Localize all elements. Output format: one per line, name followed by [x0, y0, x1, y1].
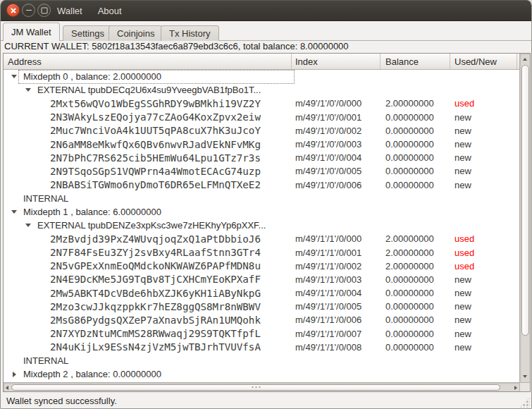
tree-row-address[interactable]: 2Muc7WnciVoA4k1UUT5qPA8cuX7hK3uJcoYm/49'…: [4, 124, 519, 138]
cell-balance: 2.00000000: [381, 260, 450, 273]
expander-open-icon[interactable]: [9, 70, 19, 83]
triangle-glyph: [11, 210, 17, 214]
cell-used-new: [450, 354, 517, 367]
tree-row-mixdepth[interactable]: Mixdepth 2 , balance: 0.00000000: [4, 367, 519, 381]
close-button[interactable]: [6, 4, 20, 17]
tab-tx-history[interactable]: Tx History: [161, 25, 219, 41]
tree-row-address[interactable]: 2N7bPhC7RS625cib5HEmWu64Lpu1GTz7r3sm/49'…: [4, 151, 519, 164]
cell-balance: 2.00000000: [381, 97, 450, 110]
cell-address: 2N9TSqoSGpS1VQWPrn4a4WmotECAcG74uzp: [4, 164, 292, 178]
tree-row-address[interactable]: 2MsG86PydgsQXZeP7aXnavbSjRAn1UMQohkm/49'…: [4, 313, 519, 326]
cell-balance: [381, 219, 450, 232]
column-header-index[interactable]: Index: [292, 54, 381, 69]
tab-coinjoins[interactable]: Coinjoins: [109, 25, 163, 41]
cell-index: m/49'/1'/0'/0/000: [292, 97, 381, 110]
cell-address: 2MzBvdjd39PxZ4WUvqjoqZxQ1aPtDbbioJ6: [4, 232, 292, 245]
tree-row-branch[interactable]: EXTERNAL tpubDENZe3xpKsc3we7zHEKhyYp6pXX…: [4, 219, 519, 232]
current-wallet-summary: CURRENT WALLET: 5802f18a13543faec6a879eb…: [4, 41, 530, 53]
expander-collapsed-icon[interactable]: [9, 367, 19, 381]
cell-index: m/49'/1'/0'/0/003: [292, 138, 381, 151]
cell-used-new: [450, 83, 517, 97]
tree-row-branch[interactable]: INTERNAL: [4, 354, 519, 367]
cell-balance: 0.00000000: [381, 286, 450, 300]
cell-used-new: [450, 205, 517, 219]
menu-about[interactable]: About: [92, 3, 128, 19]
address-text: 2Mzo3cwJJkqzppkKr7hEZ8ggQS8Mr8nWBWV: [50, 301, 261, 312]
node-label: INTERNAL: [23, 193, 68, 204]
tree-row-address[interactable]: 2MzBvdjd39PxZ4WUvqjoqZxQ1aPtDbbioJ6m/49'…: [4, 232, 519, 245]
address-text: 2N3WAkyLszEQojya77cZAoG4KoxZpvx2eiw: [50, 111, 261, 123]
horizontal-scrollbar-thumb[interactable]: [11, 384, 500, 391]
tree-row-mixdepth[interactable]: Mixdepth 1 , balance: 6.00000000: [4, 205, 519, 219]
node-label: EXTERNAL tpubDENZe3xpKsc3we7zHEKhyYp6pXX…: [37, 220, 266, 231]
node-label: EXTERNAL tpubDECq2U6x4su9YveegbVAB1fpBo1…: [37, 85, 261, 95]
tree-row-mixdepth[interactable]: Mixdepth 0 , balance: 2.00000000: [4, 70, 519, 83]
cell-balance: 0.00000000: [381, 273, 450, 286]
address-text: 2N9TSqoSGpS1VQWPrn4a4WmotECAcG74uzp: [50, 166, 261, 177]
tree-row-address[interactable]: 2N7F84FsEu3ZYj2svBxy4RLaafStnn3GTr4m/49'…: [4, 245, 519, 259]
cell-index: m/49'/1'/0'/0/001: [292, 111, 381, 124]
cell-used-new: used: [450, 260, 517, 273]
tab-jm-wallet[interactable]: JM Wallet: [3, 23, 60, 41]
node-label: INTERNAL: [23, 355, 68, 366]
scroll-down-icon[interactable]: [523, 375, 527, 378]
address-text: 2MsG86PydgsQXZeP7aXnavbSjRAn1UMQohk: [50, 315, 261, 326]
cell-balance: [381, 367, 450, 381]
tree-row-address[interactable]: 2Mzo3cwJJkqzppkKr7hEZ8ggQS8Mr8nWBWVm/49'…: [4, 300, 519, 313]
cell-used-new: new: [450, 151, 517, 164]
cell-balance: 0.00000000: [381, 151, 450, 164]
cell-used-new: [450, 192, 517, 205]
column-header-used-new[interactable]: Used/New: [450, 54, 517, 69]
expander-open-icon[interactable]: [9, 205, 19, 219]
tree-row-branch[interactable]: EXTERNAL tpubDECq2U6x4su9YveegbVAB1fpBo1…: [4, 83, 519, 97]
cell-balance: 0.00000000: [381, 300, 450, 313]
tree-row-address[interactable]: 2Mxt56wQVo1WbEgSSGhRDY9wBMkhi19VZ2Ym/49'…: [4, 97, 519, 110]
tab-bar: JM Wallet Settings Coinjoins Tx History: [1, 21, 531, 41]
tab-settings[interactable]: Settings: [63, 25, 113, 41]
scroll-left-icon[interactable]: [6, 386, 8, 390]
vertical-scrollbar-thumb[interactable]: [521, 65, 529, 336]
address-text: 2Mw5ABKT4DcVBde6hbXZJK6yKH1iAByNkpG: [50, 288, 261, 299]
horizontal-scrollbar[interactable]: [4, 382, 519, 391]
cell-index: [292, 192, 381, 205]
tree-row-address[interactable]: 2N9TSqoSGpS1VQWPrn4a4WmotECAcG74uzpm/49'…: [4, 164, 519, 178]
cell-address: EXTERNAL tpubDENZe3xpKsc3we7zHEKhyYp6pXX…: [4, 219, 292, 232]
scroll-right-icon[interactable]: [514, 386, 517, 390]
cell-index: m/49'/1'/0'/0/006: [292, 178, 381, 192]
cell-used-new: new: [450, 313, 517, 326]
tree-row-address[interactable]: 2N5vGPExXnmEoQMdckoNKWAWZ6PAPfMDN8um/49'…: [4, 260, 519, 273]
maximize-button[interactable]: [37, 4, 51, 17]
tree-row-branch[interactable]: INTERNAL: [4, 192, 519, 205]
vertical-scrollbar[interactable]: [519, 54, 530, 382]
minimize-button[interactable]: [22, 4, 35, 17]
cell-balance: 0.00000000: [381, 164, 450, 178]
cell-balance: [381, 192, 450, 205]
cell-address: 2Mw5ABKT4DcVBde6hbXZJK6yKH1iAByNkpG: [4, 286, 292, 300]
tree-row-address[interactable]: 2N4E9DcKMe5JG9TqBv8TjCXHCmYEoKPXafFm/49'…: [4, 273, 519, 286]
column-header-balance[interactable]: Balance: [381, 54, 450, 69]
cell-index: m/49'/1'/1'/0/002: [292, 260, 381, 273]
tree-row-address[interactable]: 2N3WAkyLszEQojya77cZAoG4KoxZpvx2eiwm/49'…: [4, 111, 519, 124]
scroll-up-icon[interactable]: [523, 58, 527, 61]
tree-row-address[interactable]: 2Mw5ABKT4DcVBde6hbXZJK6yKH1iAByNkpGm/49'…: [4, 286, 519, 300]
expander-open-icon[interactable]: [23, 219, 33, 232]
cell-index: [292, 205, 381, 219]
tree-row-address[interactable]: 2NBABSiTGWmo6nyDmoT6DR65eLFMnQTXeE2m/49'…: [4, 178, 519, 192]
cell-used-new: new: [450, 178, 517, 192]
cell-balance: 0.00000000: [381, 313, 450, 326]
tree-header: Address Index Balance Used/New: [4, 54, 530, 70]
expander-open-icon[interactable]: [23, 83, 33, 97]
tree-row-address[interactable]: 2N6aMM8eMkwfQx6QBv6nwvRJadVEkNFvMKgm/49'…: [4, 138, 519, 151]
cell-address: 2N7F84FsEu3ZYj2svBxy4RLaafStnn3GTr4: [4, 245, 292, 259]
address-text: 2N5vGPExXnmEoQMdckoNKWAWZ6PAPfMDN8u: [50, 260, 261, 271]
address-text: 2Mxt56wQVo1WbEgSSGhRDY9wBMkhi19VZ2Y: [50, 98, 261, 109]
cell-address: 2NBABSiTGWmo6nyDmoT6DR65eLFMnQTXeE2: [4, 178, 292, 192]
address-text: 2MzBvdjd39PxZ4WUvqjoqZxQ1aPtDbbioJ6: [50, 233, 261, 245]
tree-row-address[interactable]: 2N4uKijLx9ESsN4zjVzM5jwTBJrhTVUVfsAm/49'…: [4, 341, 519, 354]
tree-row-address[interactable]: 2N7XYDzNtuMCmMS28RWwaqj29S9TQKTfpfLm/49'…: [4, 327, 519, 341]
cell-used-new: new: [450, 164, 517, 178]
resize-grip-icon[interactable]: [519, 397, 530, 408]
menu-wallet[interactable]: Wallet: [51, 3, 88, 19]
cell-balance: 0.00000000: [381, 111, 450, 124]
column-header-address[interactable]: Address: [4, 54, 292, 69]
